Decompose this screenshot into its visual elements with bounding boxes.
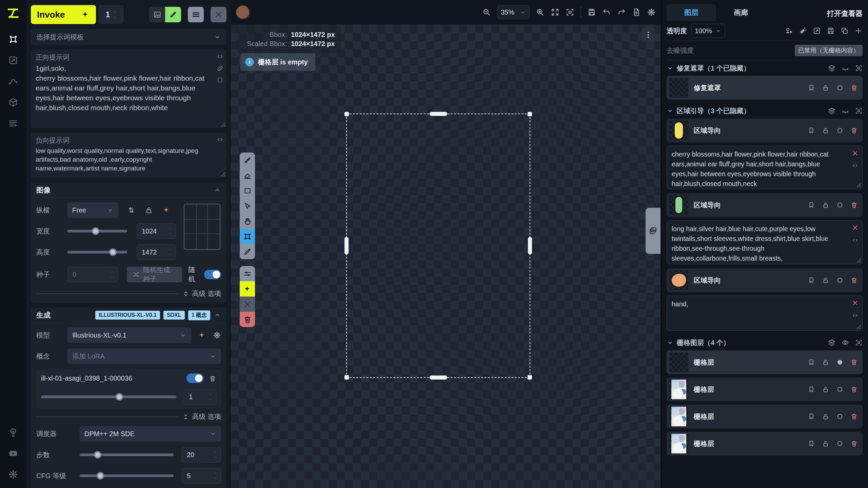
- model-settings-icon[interactable]: [213, 331, 221, 340]
- group-regional-guidance[interactable]: 区域引导（3 个已隐藏）: [667, 103, 863, 119]
- random-seed-button[interactable]: 随机生成种子: [127, 267, 182, 282]
- add-layer-icon[interactable]: [854, 27, 863, 35]
- code-icon[interactable]: [852, 312, 859, 319]
- group-inpaint-mask[interactable]: 修复遮罩（1 个已隐藏）: [667, 60, 863, 76]
- undo-icon[interactable]: [602, 8, 611, 17]
- canvas-settings-icon[interactable]: [647, 8, 656, 17]
- aspect-select[interactable]: Free: [67, 202, 118, 218]
- remove-prompt-icon[interactable]: [851, 224, 859, 231]
- group-raster-layers[interactable]: 栅格图层（4 个）: [667, 335, 863, 350]
- bbox-handle-e[interactable]: [528, 237, 532, 255]
- resize-handle[interactable]: [220, 121, 225, 127]
- eraser-tool[interactable]: [240, 168, 255, 183]
- frame-icon[interactable]: [855, 64, 863, 72]
- bookmark-icon[interactable]: [808, 84, 815, 92]
- random-seed-toggle[interactable]: [204, 270, 221, 279]
- model-select[interactable]: Illustrious-XL-v0.1: [67, 327, 191, 343]
- chevron-down-icon[interactable]: [667, 107, 673, 114]
- bookmark-icon[interactable]: [808, 201, 815, 209]
- frame-icon[interactable]: [855, 339, 863, 346]
- cfg-slider[interactable]: [80, 474, 174, 477]
- eyedropper-tool[interactable]: [240, 244, 255, 259]
- height-input[interactable]: 1472: [137, 244, 176, 260]
- save-canvas-icon[interactable]: [587, 8, 596, 17]
- link-icon[interactable]: [217, 65, 223, 72]
- lock-icon[interactable]: [822, 127, 829, 134]
- cancel-button[interactable]: [240, 297, 255, 312]
- lora-weight-input[interactable]: 1: [184, 389, 216, 405]
- visibility-circle-icon[interactable]: [836, 413, 844, 420]
- opacity-select[interactable]: 100%: [691, 24, 725, 38]
- invoke-button[interactable]: Invoke: [31, 5, 96, 24]
- queue-count-stepper[interactable]: 1: [99, 5, 124, 24]
- frame-icon[interactable]: [855, 107, 863, 115]
- width-input[interactable]: 1024: [137, 223, 176, 239]
- visibility-circle-icon[interactable]: [836, 84, 844, 92]
- zoom-out-icon[interactable]: [482, 8, 491, 17]
- resize-handle[interactable]: [855, 182, 861, 187]
- queue-count-arrows[interactable]: [112, 10, 117, 19]
- steps-slider[interactable]: [80, 453, 174, 456]
- braces-icon[interactable]: [217, 77, 223, 83]
- collapse-icon[interactable]: [214, 311, 221, 319]
- invoke-sparkle-button[interactable]: [240, 281, 255, 297]
- bookmark-icon[interactable]: [808, 127, 815, 134]
- region-prompt-input[interactable]: hand,: [672, 299, 845, 309]
- save-layer-icon[interactable]: [827, 27, 835, 35]
- swap-dimensions-icon[interactable]: [127, 206, 135, 215]
- chevron-down-icon[interactable]: [667, 339, 673, 346]
- generation-section-header[interactable]: 生成 ILLUSTRIOUS-XL-V0.1 SDXL 1 概念: [31, 307, 226, 323]
- brush-mode-button[interactable]: [165, 7, 181, 22]
- nav-item-workflows[interactable]: [6, 74, 21, 89]
- rect-tool[interactable]: [240, 183, 255, 198]
- visibility-circle-icon[interactable]: [836, 386, 844, 393]
- bookmark-icon[interactable]: [808, 413, 815, 420]
- lora-select[interactable]: 添加 LoRA: [67, 348, 221, 364]
- nav-item-upscaling[interactable]: [6, 53, 21, 68]
- delete-layer-icon[interactable]: [850, 277, 858, 284]
- tips-button[interactable]: [6, 425, 21, 440]
- chevron-down-icon[interactable]: [667, 65, 673, 72]
- bbox-handle-s[interactable]: [430, 375, 447, 380]
- layer-row-raster-2[interactable]: 栅格层: [667, 378, 863, 401]
- nav-item-queue[interactable]: [6, 116, 21, 131]
- merge-visible-icon[interactable]: [785, 27, 793, 35]
- youtube-button[interactable]: [6, 446, 21, 461]
- delete-layer-icon[interactable]: [850, 440, 858, 447]
- gallery-pull-tab[interactable]: [646, 208, 660, 254]
- layers-icon[interactable]: [828, 107, 835, 115]
- bookmark-icon[interactable]: [808, 277, 815, 284]
- lock-aspect-icon[interactable]: [145, 206, 153, 215]
- nav-item-canvas[interactable]: [6, 32, 21, 47]
- image-advanced-toggle[interactable]: 高级 选项: [182, 289, 221, 298]
- lock-icon[interactable]: [822, 440, 829, 447]
- layer-row-inpaint[interactable]: 修复遮罩: [667, 76, 863, 100]
- bookmark-icon[interactable]: [808, 440, 815, 447]
- tool-settings-button[interactable]: [240, 266, 255, 281]
- bbox-handle-n[interactable]: [430, 112, 447, 116]
- delete-layer-icon[interactable]: [850, 127, 858, 134]
- bbox-handle-se[interactable]: [528, 375, 532, 380]
- wand-icon[interactable]: [799, 27, 807, 35]
- lock-icon[interactable]: [822, 277, 829, 284]
- code-icon[interactable]: [216, 53, 224, 60]
- image-mode-button[interactable]: [149, 7, 165, 22]
- redo-icon[interactable]: [617, 8, 626, 17]
- code-icon[interactable]: [216, 136, 224, 143]
- resize-handle[interactable]: [220, 171, 225, 177]
- zoom-level-select[interactable]: 35%: [497, 5, 530, 19]
- bbox-handle-nw[interactable]: [344, 112, 349, 116]
- lock-icon[interactable]: [822, 386, 829, 393]
- height-slider[interactable]: [67, 251, 127, 253]
- remove-prompt-icon[interactable]: [851, 299, 859, 307]
- steps-input[interactable]: 20: [182, 447, 221, 463]
- generation-advanced-toggle[interactable]: 高级 选项: [182, 412, 221, 421]
- open-viewer-link[interactable]: 打开查看器: [827, 9, 863, 21]
- layers-icon[interactable]: [828, 339, 835, 346]
- pan-tool[interactable]: [240, 214, 255, 229]
- visibility-circle-icon[interactable]: [836, 201, 844, 209]
- lora-toggle[interactable]: [186, 373, 203, 383]
- code-icon[interactable]: [852, 237, 859, 244]
- bbox-handle-sw[interactable]: [344, 375, 349, 380]
- zoom-in-icon[interactable]: [536, 8, 545, 17]
